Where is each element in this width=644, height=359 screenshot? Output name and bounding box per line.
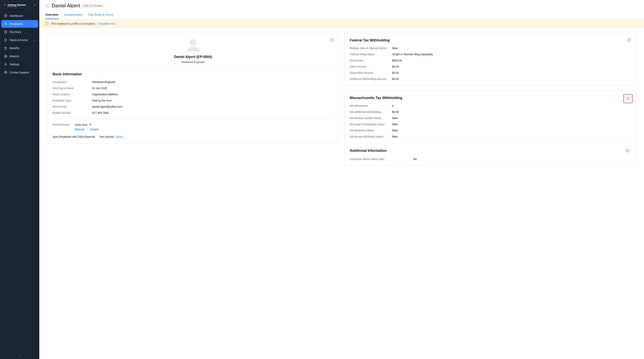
chevron-left-icon: ‹ [47,4,48,7]
sidebar-item-settings[interactable]: Settings [1,60,38,68]
pencil-icon [331,38,333,41]
employee-name: Daniel Alpert [52,3,80,9]
getting-started-label: Getting Started [8,3,32,6]
table-row: MA full-time student statusfalse [350,116,631,120]
portal-access-label: Portal Access [52,123,75,126]
sidebar-item-employees[interactable]: Employees [1,20,38,28]
profile-role: Hardware Engineer [52,60,334,63]
chevron-left-icon: ‹ [19,354,20,357]
edit-profile-button[interactable] [329,37,335,43]
edit-federal-button[interactable] [626,37,632,43]
pencil-icon [627,97,629,100]
alert-text: This employee's profile is incomplete. [51,22,96,25]
sidebar-item-label: Contact Support [10,71,29,74]
sidebar-item-label: Reports [10,55,19,58]
mass-tax-card: Massachusetts Tax Withholding MA allowan… [344,91,636,166]
pencil-icon [626,149,629,152]
sparkle-icon: ✦ [4,3,6,6]
gear-icon [4,63,7,66]
table-row: Federal Filing StatusSingle or Married, … [350,53,631,56]
field-mobile: Mobile Number617 405 7840 [52,111,334,114]
mass-heading: Massachusetts Tax Withholding [350,96,631,100]
warning-icon: ! [45,22,48,25]
getting-started-card[interactable]: ✦ Getting Started ❯ [1,1,38,8]
sidebar-item-benefits[interactable]: Benefits [1,44,38,52]
table-row: MA additional withholdings$0.00 [350,110,631,113]
edit-additional-button[interactable] [624,148,631,154]
field-location: Work LocationOrganization Address [52,93,334,96]
field-first-day: First Day of Work01 Jan 2020 [52,87,334,90]
tab-compensation[interactable]: Compensation [64,11,83,19]
chevron-right-icon: ❯ [34,4,36,6]
sidebar-item-label: Employees [10,22,23,25]
sidebar-item-label: Settings [10,63,20,66]
sidebar-item-label: Taxes & Forms [10,38,28,42]
disable-link[interactable]: Disable [90,128,99,131]
edit-mass-button[interactable] [624,94,632,103]
mass-rows: MA allowances0 MA additional withholding… [350,104,631,138]
sync-link[interactable]: (Sync) [115,135,123,138]
chat-icon [4,71,7,74]
table-row: Deductions$400.00 [350,59,631,62]
cloud-icon [89,123,92,126]
table-row: Additional Withholding Amount$0.00 [350,77,631,80]
sidebar-item-support[interactable]: Contact Support [1,68,38,76]
pencil-icon [628,38,630,41]
profile-card: Daniel Alpert (EP-0004) Hardware Enginee… [48,33,339,143]
sync-status: Not Synced [100,135,114,138]
clock-icon [4,14,7,17]
complete-now-link[interactable]: Complete now [98,22,115,25]
field-email: Work Emaildaniel.alpert@zylker.com [52,105,334,108]
sidebar-item-label: Pay Runs [10,30,22,33]
additional-heading: Additional Information [350,149,624,153]
sidebar: ✦ Getting Started ❯ Dashboard Employees … [0,0,39,359]
back-button[interactable]: ‹ [45,4,49,8]
reinvite-link[interactable]: Reinvite [75,128,84,131]
basic-info-heading: Basic Information [52,72,334,76]
incomplete-profile-alert: ! This employee's profile is incomplete.… [39,19,644,28]
table-row: Other Income$0.00 [350,65,631,68]
portal-status: Invite Sent [75,123,88,126]
table-row: MA allowances0 [350,104,631,107]
sidebar-nav: Dashboard Employees Pay Runs Taxes & For… [0,11,39,77]
table-row: Multiple Jobs or Spouse Worksfalse [350,47,631,50]
hand-icon [4,46,7,50]
federal-rows: Multiple Jobs or Spouse Worksfalse Feder… [350,47,631,80]
table-row: MA blindness statusfalse [350,129,631,132]
profile-title: Daniel Alpert (EP-0004) [52,55,334,59]
table-row: MA head of household statusfalse [350,123,631,126]
field-designation: DesignationHardware Engineer [52,80,334,84]
tab-paystubs[interactable]: Pay Stubs & Forms [88,11,114,19]
arrow-out-icon [4,30,7,34]
avatar [184,38,202,51]
person-icon [4,22,7,26]
table-row: Dependent Amount$0.00 [350,71,631,74]
sidebar-item-label: Dashboard [10,14,23,17]
table-row: MA spouse blindness statusfalse [350,135,631,138]
sidebar-item-dashboard[interactable]: Dashboard [1,12,38,20]
chart-icon [4,54,7,58]
field-emp-type: Employee TypePaid by the hour [52,99,334,102]
additional-rows: Corporate officer status (MA)No [350,158,631,161]
svg-point-1 [5,23,6,24]
tabs: Overview Compensation Pay Stubs & Forms [39,9,644,19]
main-content: ‹ Daniel Alpert EMP. ID: EP-0004 Overvie… [39,0,644,359]
tab-overview[interactable]: Overview [45,11,59,19]
table-row: Corporate officer status (MA)No [350,158,631,161]
sidebar-item-reports[interactable]: Reports [1,52,38,60]
page-header: ‹ Daniel Alpert EMP. ID: EP-0004 [39,0,644,9]
shield-icon [4,38,7,42]
sidebar-collapse-button[interactable]: ‹ [0,352,39,359]
sidebar-item-payruns[interactable]: Pay Runs [1,28,38,36]
progress-bar [7,6,30,7]
federal-heading: Federal Tax Withholding [350,38,631,42]
federal-tax-card: Federal Tax Withholding Multiple Jobs or… [344,33,636,86]
sync-label: Sync Employee with Zoho Expense [52,135,100,138]
sidebar-item-taxes[interactable]: Taxes & Forms ▸ [1,36,38,44]
sidebar-item-label: Benefits [10,47,20,50]
caret-right-icon: ▸ [34,39,36,41]
svg-point-4 [5,64,6,65]
employee-id-badge: EMP. ID: EP-0004 [82,4,103,8]
